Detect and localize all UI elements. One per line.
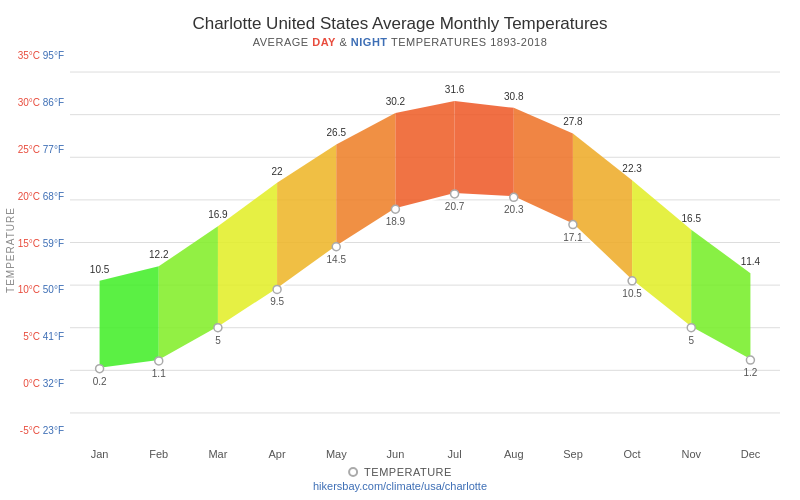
- day-temp-label: 10.5: [90, 264, 110, 275]
- temp-segment: [455, 101, 514, 197]
- x-label: Dec: [721, 448, 780, 460]
- night-temp-dot: [510, 193, 518, 201]
- night-temp-label: 20.3: [504, 204, 524, 215]
- chart-title: Charlotte United States Average Monthly …: [0, 0, 800, 34]
- day-temp-label: 22.3: [622, 163, 642, 174]
- chart-subtitle: AVERAGE DAY & NIGHT TEMPERATURES 1893-20…: [0, 36, 800, 48]
- y-label: 15°C 59°F: [18, 237, 64, 248]
- night-temp-label: 5: [215, 335, 221, 346]
- night-temp-dot: [155, 357, 163, 365]
- night-temp-dot: [569, 221, 577, 229]
- night-temp-label: 18.9: [386, 216, 406, 227]
- y-label: -5°C 23°F: [20, 425, 64, 436]
- night-temp-label: 1.2: [743, 367, 757, 378]
- legend-dot: [348, 467, 358, 477]
- chart-svg: 10.512.216.92226.530.231.630.827.822.316…: [70, 55, 780, 430]
- y-label: 35°C 95°F: [18, 50, 64, 61]
- night-temp-dot: [332, 243, 340, 251]
- temp-segment: [100, 266, 159, 368]
- temp-segment: [395, 101, 454, 209]
- day-temp-label: 22: [272, 166, 284, 177]
- night-temp-dot: [746, 356, 754, 364]
- night-temp-label: 9.5: [270, 296, 284, 307]
- night-temp-label: 1.1: [152, 368, 166, 379]
- x-label: Aug: [484, 448, 543, 460]
- night-temp-dot: [451, 190, 459, 198]
- day-temp-label: 30.8: [504, 91, 524, 102]
- legend: TEMPERATURE: [348, 466, 452, 478]
- x-label: Jul: [425, 448, 484, 460]
- x-label: Sep: [543, 448, 602, 460]
- x-labels: JanFebMarAprMayJunJulAugSepOctNovDec: [70, 448, 780, 460]
- day-temp-label: 30.2: [386, 96, 406, 107]
- day-temp-label: 27.8: [563, 116, 583, 127]
- x-label: Oct: [603, 448, 662, 460]
- night-temp-dot: [273, 285, 281, 293]
- legend-label: TEMPERATURE: [364, 466, 452, 478]
- temp-segment: [159, 226, 218, 361]
- y-label: 10°C 50°F: [18, 284, 64, 295]
- y-label: 0°C 32°F: [23, 378, 64, 389]
- x-label: May: [307, 448, 366, 460]
- day-temp-label: 31.6: [445, 84, 465, 95]
- x-label: Apr: [248, 448, 307, 460]
- night-temp-label: 0.2: [93, 376, 107, 387]
- chart-container: Charlotte United States Average Monthly …: [0, 0, 800, 500]
- day-temp-label: 11.4: [741, 256, 761, 267]
- day-temp-label: 12.2: [149, 249, 169, 260]
- x-label: Feb: [129, 448, 188, 460]
- night-temp-label: 10.5: [622, 288, 642, 299]
- temp-segment: [573, 133, 632, 280]
- y-axis-labels: 35°C 95°F30°C 86°F25°C 77°F20°C 68°F15°C…: [0, 55, 68, 430]
- night-temp-label: 14.5: [327, 254, 347, 265]
- y-label: 25°C 77°F: [18, 143, 64, 154]
- y-label: 20°C 68°F: [18, 190, 64, 201]
- y-label: 30°C 86°F: [18, 96, 64, 107]
- temp-segment: [632, 180, 691, 327]
- day-temp-label: 16.5: [682, 213, 702, 224]
- temp-segment: [218, 183, 277, 328]
- night-temp-label: 20.7: [445, 201, 465, 212]
- day-temp-label: 26.5: [327, 127, 347, 138]
- x-label: Jun: [366, 448, 425, 460]
- night-temp-dot: [96, 365, 104, 373]
- night-temp-dot: [687, 324, 695, 332]
- x-label: Jan: [70, 448, 129, 460]
- day-temp-label: 16.9: [208, 209, 228, 220]
- night-temp-label: 5: [688, 335, 694, 346]
- y-label: 5°C 41°F: [23, 331, 64, 342]
- x-label: Mar: [188, 448, 247, 460]
- x-label: Nov: [662, 448, 721, 460]
- footer-url: hikersbay.com/climate/usa/charlotte: [0, 480, 800, 492]
- temp-segment: [691, 230, 750, 360]
- night-temp-label: 17.1: [563, 232, 583, 243]
- night-temp-dot: [214, 324, 222, 332]
- night-temp-dot: [391, 205, 399, 213]
- night-temp-dot: [628, 277, 636, 285]
